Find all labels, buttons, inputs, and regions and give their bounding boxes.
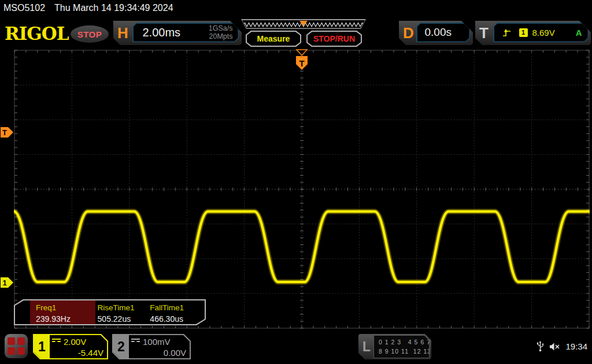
oscilloscope-screen: MSO5102Thu March 14 19:34:49 2024 RIGOL … <box>0 0 592 364</box>
brand-logo: RIGOL <box>5 23 69 44</box>
stop-run-button[interactable]: STOP/RUN <box>306 31 362 47</box>
channel2-number: 2 <box>113 335 129 358</box>
measurement-item-risetime[interactable]: RiseTime1 505.22us <box>95 300 148 324</box>
logic-key-label: L <box>362 339 371 355</box>
channel1-number: 1 <box>34 335 50 358</box>
trigger-source-chip: 1 <box>519 28 528 37</box>
svg-text:T: T <box>2 128 7 137</box>
measure-button[interactable]: Measure <box>246 31 301 47</box>
memory-waveform-icon <box>242 20 365 28</box>
delay-value: 0.00s <box>425 26 452 39</box>
timebase-value: 2.00ms <box>143 26 181 39</box>
horizontal-timebase-button[interactable]: H 2.00ms 1GSa/s 20Mpts <box>113 21 242 45</box>
grid-menu-icon <box>8 337 25 355</box>
channel2-offset: 0.00V <box>131 348 186 358</box>
measurement-item-freq[interactable]: Freq1 239.93Hz <box>30 300 95 324</box>
measurement-box[interactable]: Freq1 239.93Hz RiseTime1 505.22us FallTi… <box>14 299 206 325</box>
titlebar: MSO5102Thu March 14 19:34:49 2024 <box>3 3 183 13</box>
run-state-badge: STOP <box>71 25 109 43</box>
memory-depth: 20Mpts <box>209 32 233 40</box>
model-name: MSO5102 <box>3 3 45 13</box>
logic-channels-badge[interactable]: L 0 1 2 3 4 5 6 7 8 9 10 11 12 13 14 15 <box>358 334 431 359</box>
sample-rate: 1GSa/s <box>209 24 233 32</box>
trigger-level-value: 8.69V <box>532 28 555 38</box>
horizontal-key-label: H <box>117 24 128 42</box>
logic-channel-list: 0 1 2 3 4 5 6 7 8 9 10 11 12 13 14 15 <box>373 335 430 358</box>
delay-button[interactable]: D 0.00s <box>399 21 473 45</box>
channel1-badge[interactable]: 1 2.00V -5.44V <box>33 334 108 359</box>
channel1-scale: 2.00V <box>64 337 86 347</box>
delay-key-label: D <box>403 24 414 42</box>
speaker-muted-icon <box>549 342 560 351</box>
datetime: Thu March 14 19:34:49 2024 <box>54 3 173 13</box>
channel1-ground-marker[interactable]: 1 <box>1 277 13 288</box>
horizontal-position-indicator[interactable] <box>241 19 366 29</box>
trigger-sweep-mode: A <box>576 28 582 38</box>
channel1-offset: -5.44V <box>52 348 103 358</box>
trigger-position-marker[interactable]: T <box>296 50 308 70</box>
usb-icon <box>536 341 544 352</box>
measurement-item-falltime[interactable]: FallTime1 466.30us <box>147 300 205 324</box>
svg-text:1: 1 <box>2 278 6 287</box>
acquisition-info: 1GSa/s 20Mpts <box>209 24 233 41</box>
trigger-button[interactable]: T 1 8.69V A <box>475 21 591 45</box>
clock: 19:34 <box>565 341 587 351</box>
channel2-scale: 100mV <box>143 337 171 347</box>
trigger-key-label: T <box>479 24 489 42</box>
status-area: 19:34 <box>536 341 587 352</box>
trigger-level-marker[interactable]: T <box>1 127 13 138</box>
channel2-badge[interactable]: 2 100mV 0.00V <box>112 334 191 359</box>
dc-coupling-icon <box>131 339 140 345</box>
waveform-display[interactable]: TT1 <box>0 49 592 329</box>
menu-button[interactable] <box>5 334 28 358</box>
svg-text:T: T <box>299 58 304 68</box>
rising-edge-trigger-icon <box>502 28 511 37</box>
dc-coupling-icon <box>52 339 61 345</box>
